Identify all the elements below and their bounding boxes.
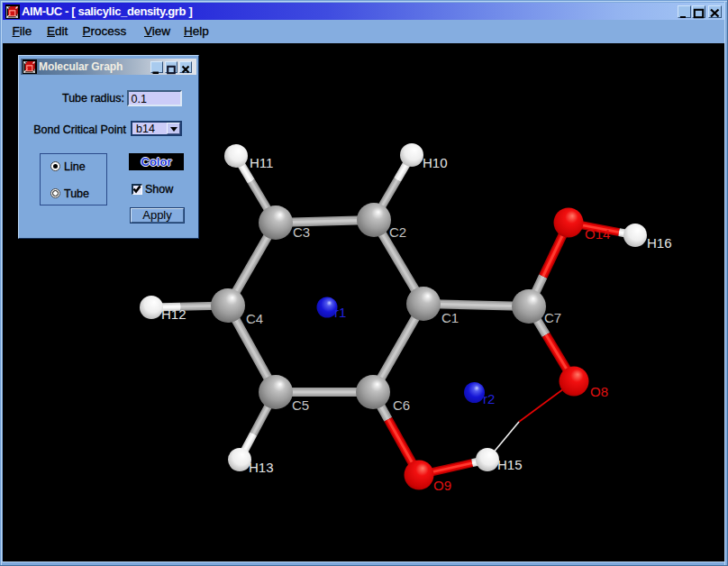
svg-text:r2: r2 bbox=[483, 391, 495, 406]
svg-text:O9: O9 bbox=[433, 478, 451, 493]
svg-text:C5: C5 bbox=[292, 397, 309, 413]
svg-text:C6: C6 bbox=[393, 397, 410, 413]
svg-text:r1: r1 bbox=[334, 305, 346, 320]
svg-text:H10: H10 bbox=[423, 155, 448, 170]
svg-text:C4: C4 bbox=[246, 311, 263, 326]
svg-text:O14: O14 bbox=[585, 226, 610, 242]
svg-text:C2: C2 bbox=[389, 224, 406, 240]
svg-text:C1: C1 bbox=[441, 310, 459, 325]
svg-text:C7: C7 bbox=[544, 310, 561, 325]
svg-text:H12: H12 bbox=[161, 306, 187, 322]
svg-text:O8: O8 bbox=[590, 384, 608, 399]
svg-text:H15: H15 bbox=[497, 457, 523, 472]
svg-text:H13: H13 bbox=[249, 460, 274, 475]
svg-text:H16: H16 bbox=[647, 235, 672, 251]
svg-text:C3: C3 bbox=[293, 224, 310, 240]
svg-text:H11: H11 bbox=[250, 155, 273, 170]
